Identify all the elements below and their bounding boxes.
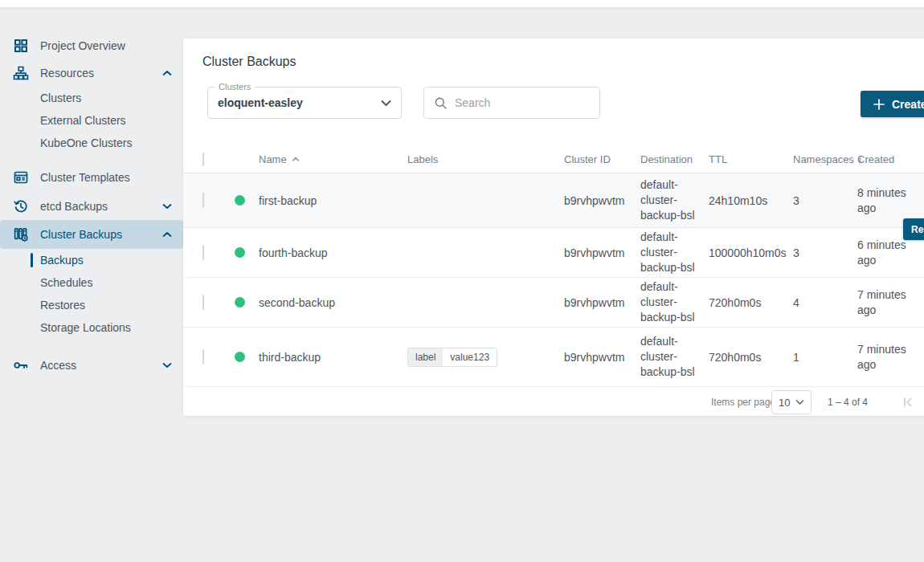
sidebar-item-schedules[interactable]: Schedules xyxy=(0,271,183,294)
select-all-checkbox[interactable] xyxy=(202,153,204,166)
cluster-id: b9rvhpwvtm xyxy=(564,246,640,259)
page-title: Cluster Backups xyxy=(202,55,296,69)
grid-icon xyxy=(13,38,31,54)
ttl: 720h0m0s xyxy=(709,351,793,364)
sidebar-item-label: Restores xyxy=(40,299,172,312)
page-range-label: 1 – 4 of 4 xyxy=(828,397,868,408)
paginator: Items per page: 10 1 – 4 of 4 xyxy=(183,387,924,417)
table-header-row: Name Labels Cluster ID Destination TTL N… xyxy=(183,153,924,173)
ttl: 100000h10m0s xyxy=(709,246,793,259)
namespaces-count: 1 xyxy=(793,351,857,364)
key-icon xyxy=(13,357,31,373)
chevron-up-icon[interactable] xyxy=(162,70,172,76)
sidebar: Project Overview Resources Clusters Exte… xyxy=(0,8,183,562)
table-row[interactable]: fourth-backup b9rvhpwvtm default-cluster… xyxy=(183,228,924,278)
column-header-cluster-id: Cluster ID xyxy=(564,153,640,165)
created-time: 6 minutes ago xyxy=(857,238,907,268)
namespaces-count: 4 xyxy=(793,296,857,309)
create-button-label: Create xyxy=(892,98,924,111)
chevron-down-icon xyxy=(795,399,804,405)
column-header-destination: Destination xyxy=(640,152,709,167)
sidebar-item-clusters[interactable]: Clusters xyxy=(0,87,183,109)
sidebar-item-access[interactable]: Access xyxy=(0,352,183,379)
cluster-id: b9rvhpwvtm xyxy=(564,194,640,207)
clusters-select-label: Clusters xyxy=(215,82,254,92)
chevron-down-icon xyxy=(381,100,391,107)
search-input[interactable] xyxy=(455,96,590,109)
table-row[interactable]: first-backup b9rvhpwvtm default-cluster-… xyxy=(183,173,924,228)
destination: default-cluster-backup-bsl xyxy=(640,334,709,380)
archive-clock-icon xyxy=(13,226,31,242)
first-page-icon[interactable] xyxy=(901,395,915,409)
search-field xyxy=(423,87,600,119)
label-chip-key: label xyxy=(408,348,443,366)
status-healthy-icon xyxy=(235,195,245,206)
sort-asc-icon[interactable] xyxy=(292,157,300,162)
column-header-name[interactable]: Name xyxy=(259,153,287,165)
backup-name: second-backup xyxy=(259,296,407,309)
cluster-id: b9rvhpwvtm xyxy=(564,351,640,364)
sidebar-item-cluster-backups[interactable]: Cluster Backups xyxy=(0,220,183,249)
backup-name: fourth-backup xyxy=(259,246,407,259)
sidebar-item-label: etcd Backups xyxy=(40,200,162,213)
column-header-created: Created xyxy=(857,152,907,167)
row-checkbox[interactable] xyxy=(202,349,204,364)
backup-name: third-backup xyxy=(259,351,407,364)
restore-button[interactable]: Restore xyxy=(903,218,924,240)
namespaces-count: 3 xyxy=(793,246,857,259)
page-size-select[interactable]: 10 xyxy=(771,390,812,414)
sidebar-item-label: KubeOne Clusters xyxy=(40,136,172,149)
row-checkbox[interactable] xyxy=(202,193,204,208)
destination: default-cluster-backup-bsl xyxy=(640,279,709,325)
status-healthy-icon xyxy=(235,352,245,362)
sidebar-item-label: Resources xyxy=(40,67,162,79)
chevron-down-icon[interactable] xyxy=(162,362,172,369)
sidebar-item-label: Schedules xyxy=(40,276,172,289)
table-row[interactable]: second-backup b9rvhpwvtm default-cluster… xyxy=(183,278,924,328)
status-healthy-icon xyxy=(235,247,245,258)
created-time: 8 minutes ago xyxy=(857,185,907,216)
sidebar-item-storage-locations[interactable]: Storage Locations xyxy=(0,316,183,339)
create-button[interactable]: Create xyxy=(861,91,924,117)
table-row[interactable]: third-backup label value123 b9rvhpwvtm d… xyxy=(183,328,924,387)
row-checkbox[interactable] xyxy=(202,245,204,260)
sidebar-item-external-clusters[interactable]: External Clusters xyxy=(0,109,183,132)
sidebar-item-label: Access xyxy=(40,359,162,372)
history-icon xyxy=(13,198,31,214)
sidebar-item-label: Backups xyxy=(40,254,172,267)
clusters-select-value: eloquent-easley xyxy=(218,96,381,109)
page-size-value: 10 xyxy=(779,397,790,409)
ttl: 720h0m0s xyxy=(709,296,793,309)
label-chip-value: value123 xyxy=(443,348,497,366)
backup-name: first-backup xyxy=(259,194,407,207)
sidebar-item-cluster-templates[interactable]: Cluster Templates xyxy=(0,164,183,191)
label-chip: label value123 xyxy=(407,348,497,367)
sidebar-item-label: Clusters xyxy=(40,92,172,104)
destination: default-cluster-backup-bsl xyxy=(640,177,709,223)
sidebar-item-label: Storage Locations xyxy=(40,321,172,334)
clusters-select[interactable]: Clusters eloquent-easley xyxy=(207,87,402,119)
column-header-namespaces: Namespaces xyxy=(793,153,854,165)
namespaces-count: 3 xyxy=(793,194,857,207)
sidebar-item-label: External Clusters xyxy=(40,114,172,127)
status-healthy-icon xyxy=(235,297,245,307)
search-icon xyxy=(434,96,448,110)
ttl: 24h10m10s xyxy=(709,194,793,207)
chevron-down-icon[interactable] xyxy=(162,203,172,210)
column-header-ttl: TTL xyxy=(709,153,793,165)
sidebar-item-backups[interactable]: Backups xyxy=(0,249,183,271)
row-checkbox[interactable] xyxy=(202,295,204,310)
selected-indicator xyxy=(31,253,33,267)
sidebar-item-restores[interactable]: Restores xyxy=(0,294,183,316)
cluster-backups-card: Cluster Backups Clusters eloquent-easley… xyxy=(183,39,924,416)
sidebar-item-resources[interactable]: Resources xyxy=(0,59,183,87)
sidebar-item-etcd-backups[interactable]: etcd Backups xyxy=(0,193,183,220)
sidebar-item-kubeone-clusters[interactable]: KubeOne Clusters xyxy=(0,132,183,154)
column-header-labels: Labels xyxy=(407,153,564,165)
items-per-page-label: Items per page: xyxy=(711,397,778,408)
sidebar-item-project-overview[interactable]: Project Overview xyxy=(0,32,183,59)
sidebar-item-label: Project Overview xyxy=(40,39,172,52)
created-time: 7 minutes ago xyxy=(857,287,907,318)
chevron-up-icon[interactable] xyxy=(162,231,172,238)
sidebar-item-label: Cluster Templates xyxy=(40,171,172,184)
